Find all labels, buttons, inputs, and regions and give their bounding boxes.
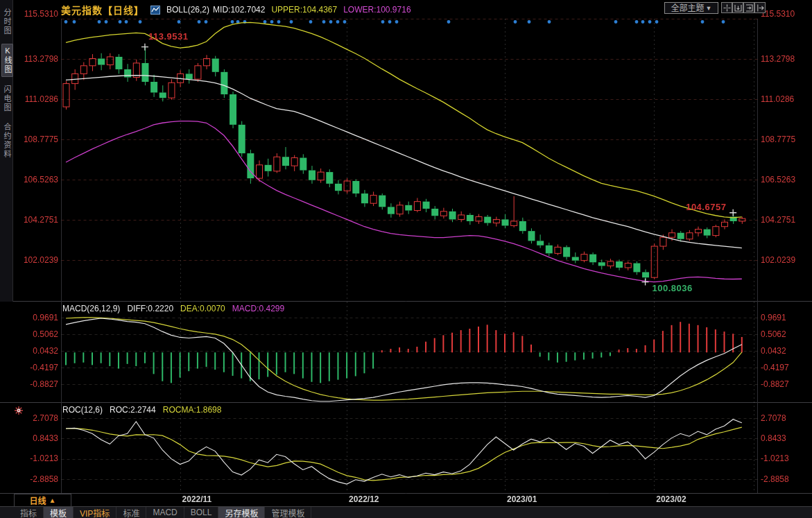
theme-dropdown-label: 全部主题	[671, 3, 705, 13]
boll-lower-value: LOWER:100.9716	[343, 5, 411, 15]
roc-name: ROC(12,6)	[62, 405, 103, 415]
y-axis-label: 0.8433	[12, 433, 58, 444]
y-axis-label: 108.7775	[12, 135, 58, 145]
y-axis-label: 0.0432	[12, 346, 58, 356]
y-axis-label: 115.5310	[12, 9, 58, 19]
period-label: 日线	[30, 494, 46, 506]
low-price-annotation: 100.8036	[653, 283, 693, 293]
date-label-2023/01: 2023/01	[507, 494, 537, 504]
y-axis-label: 104.2751	[12, 215, 58, 225]
boll-chart-icon	[150, 6, 160, 15]
tab-另存模板[interactable]: 另存模板	[218, 507, 265, 518]
y-axis-label: 2.7078	[761, 413, 786, 424]
sidebar-item-分时图[interactable]: 分时图	[1, 6, 12, 37]
sidebar-item-闪电图[interactable]: 闪电图	[1, 83, 12, 114]
date-label-2022/11: 2022/11	[182, 494, 212, 504]
sidebar: 分时图K线图闪电图合约资料	[0, 0, 13, 302]
tab-MACD[interactable]: MACD	[146, 507, 184, 518]
y-axis-label: 111.0286	[12, 94, 58, 105]
y-axis-label: 0.5062	[12, 329, 58, 340]
y-axis-label: -0.4197	[12, 363, 58, 373]
boll-mid-value: MID:102.7042	[213, 5, 265, 15]
sidebar-item-合约资料[interactable]: 合约资料	[1, 121, 12, 161]
macd-name: MACD(26,12,9)	[62, 304, 120, 313]
y-axis-label: -2.8858	[761, 474, 789, 485]
date-label-2023/02: 2023/02	[656, 494, 686, 504]
y-axis-label: 0.8433	[761, 433, 786, 444]
macd-dea-value: DEA:0.0070	[180, 304, 225, 313]
tab-BOLL[interactable]: BOLL	[184, 507, 219, 518]
y-axis-label: -0.4197	[761, 363, 789, 373]
pane-expand-right-icon[interactable]	[743, 2, 754, 13]
symbol-title: 美元指数【日线】	[61, 3, 144, 17]
recent-high-annotation: 104.6757	[686, 202, 726, 212]
collapse-panel-icon[interactable]	[754, 2, 766, 13]
tab-管理模板[interactable]: 管理模板	[265, 507, 311, 518]
price-chart-canvas[interactable]	[0, 0, 812, 518]
y-axis-label: 115.5310	[761, 9, 795, 19]
y-axis-label: 0.9691	[12, 313, 58, 323]
y-axis-label: 113.2798	[12, 54, 58, 64]
tab-模板[interactable]: 模板	[44, 507, 74, 518]
roc-value: ROC:2.2744	[110, 405, 156, 415]
chevron-down-icon: ▼	[706, 3, 712, 13]
crosshair-icon[interactable]	[721, 2, 732, 13]
y-axis-label: 104.2751	[761, 215, 795, 225]
chart-header: 美元指数【日线】 BOLL(26,2) MID:102.7042 UPPER:1…	[61, 3, 411, 17]
rocma-value: ROCMA:1.8698	[163, 405, 222, 415]
y-axis-label: 111.0286	[761, 94, 794, 105]
y-axis-label: 0.0432	[761, 346, 786, 356]
high-price-annotation: 113.9531	[148, 31, 189, 42]
y-axis-label: 106.5263	[12, 175, 58, 185]
y-axis-label: -0.8827	[761, 379, 789, 390]
y-axis-label: 113.2798	[761, 54, 795, 64]
tab-VIP指标[interactable]: VIP指标	[74, 507, 116, 518]
tab-标准[interactable]: 标准	[116, 507, 146, 518]
macd-header: MACD(26,12,9) DIFF:0.2220 DEA:0.0070 MAC…	[62, 304, 284, 313]
y-axis-label: 102.0239	[12, 255, 58, 266]
y-axis-label: 106.5263	[761, 175, 795, 185]
macd-macd-value: MACD:0.4299	[232, 304, 284, 313]
y-axis-label: 0.9691	[761, 313, 786, 323]
theme-dropdown[interactable]: 全部主题 ▼	[664, 2, 718, 14]
boll-indicator-label: BOLL(26,2)	[166, 5, 209, 15]
tab-指标[interactable]: 指标	[14, 507, 44, 518]
y-axis-label: 108.7775	[761, 135, 795, 145]
sidebar-item-K线图[interactable]: K线图	[1, 44, 13, 77]
pane-expand-down-icon[interactable]	[732, 2, 743, 13]
boll-upper-value: UPPER:104.4367	[271, 5, 337, 15]
y-axis-label: 102.0239	[761, 255, 795, 266]
y-axis-label: -0.8827	[12, 379, 58, 390]
date-label-2022/12: 2022/12	[349, 494, 379, 504]
macd-diff-value: DIFF:0.2220	[127, 304, 173, 313]
indicator-tabbar: 指标模板VIP指标标准MACDBOLL另存模板管理模板	[0, 506, 812, 518]
indicator-settings-icon[interactable]	[15, 405, 23, 413]
triangle-up-icon: ▲	[49, 497, 56, 504]
y-axis-label: -1.0213	[12, 454, 58, 464]
y-axis-label: 0.5062	[761, 329, 786, 340]
roc-header: ROC(12,6) ROC:2.2744 ROCMA:1.8698	[62, 405, 221, 415]
period-selector[interactable]: 日线 ▲	[14, 494, 71, 507]
y-axis-label: -1.0213	[761, 454, 789, 464]
chart-app: 分时图K线图闪电图合约资料 美元指数【日线】 BOLL(26,2) MID:10…	[0, 0, 812, 518]
y-axis-label: -2.8858	[12, 474, 58, 485]
